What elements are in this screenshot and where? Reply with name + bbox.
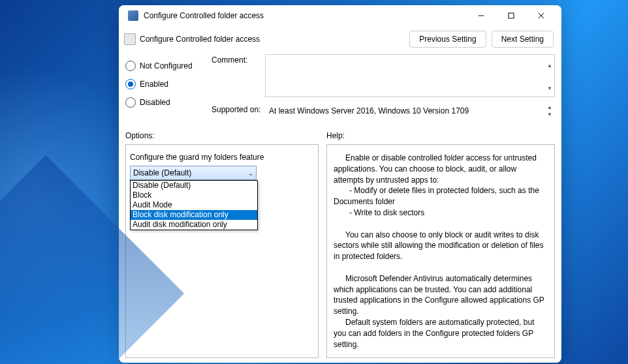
supported-on-value: At least Windows Server 2016, Windows 10… bbox=[265, 104, 555, 118]
svg-rect-1 bbox=[509, 13, 514, 18]
feature-label: Configure the guard my folders feature bbox=[130, 153, 314, 162]
scroll-down-icon[interactable]: ▼ bbox=[544, 77, 555, 100]
radio-disabled[interactable]: Disabled bbox=[125, 93, 205, 112]
dropdown-value: Disable (Default) bbox=[133, 168, 248, 177]
radio-circle-icon bbox=[125, 61, 136, 71]
title-bar: Configure Controlled folder access bbox=[119, 5, 561, 27]
radio-circle-icon bbox=[125, 97, 136, 108]
policy-icon bbox=[124, 33, 136, 45]
dropdown-option[interactable]: Block disk modification only bbox=[131, 210, 257, 220]
window-title: Configure Controlled folder access bbox=[144, 11, 466, 20]
help-header: Help: bbox=[326, 131, 345, 140]
comment-textarea[interactable] bbox=[265, 54, 555, 97]
header-row: Configure Controlled folder access Previ… bbox=[119, 27, 561, 52]
maximize-button[interactable] bbox=[496, 5, 526, 26]
supported-on-label: Supported on: bbox=[212, 104, 265, 118]
scroll-down-icon[interactable]: ▼ bbox=[544, 111, 555, 118]
help-paragraph: Default system folders are automatically… bbox=[334, 317, 548, 350]
policy-title: Configure Controlled folder access bbox=[140, 35, 409, 44]
options-header: Options: bbox=[125, 131, 319, 140]
previous-setting-button[interactable]: Previous Setting bbox=[409, 31, 486, 48]
help-paragraph: Microsoft Defender Antivirus automatical… bbox=[334, 273, 548, 317]
settings-dialog-window: Configure Controlled folder access Confi… bbox=[119, 5, 561, 363]
help-paragraph: Enable or disable controlled folder acce… bbox=[334, 153, 548, 185]
radio-label: Not Configured bbox=[140, 61, 193, 70]
radio-label: Enabled bbox=[140, 80, 168, 89]
feature-dropdown[interactable]: Disable (Default) ⌄ bbox=[130, 166, 257, 180]
scroll-up-icon[interactable]: ▲ bbox=[544, 104, 555, 111]
dropdown-option[interactable]: Audit disk modification only bbox=[131, 220, 257, 230]
options-panel: Configure the guard my folders feature D… bbox=[125, 144, 319, 358]
close-button[interactable] bbox=[526, 5, 556, 26]
dropdown-option[interactable]: Block bbox=[131, 190, 257, 200]
scroll-up-icon[interactable]: ▲ bbox=[544, 54, 555, 77]
radio-label: Disabled bbox=[140, 98, 170, 107]
comment-label: Comment: bbox=[212, 54, 265, 100]
state-radio-group: Not Configured Enabled Disabled bbox=[125, 54, 205, 122]
dropdown-option[interactable]: Audit Mode bbox=[131, 200, 257, 210]
radio-circle-icon bbox=[125, 79, 136, 89]
dropdown-option[interactable]: Disable (Default) bbox=[131, 181, 257, 190]
window-app-icon bbox=[128, 10, 138, 21]
feature-dropdown-list: Disable (Default)BlockAudit ModeBlock di… bbox=[130, 180, 258, 230]
help-panel: Enable or disable controlled folder acce… bbox=[326, 144, 555, 358]
help-paragraph: You can also choose to only block or aud… bbox=[334, 230, 548, 262]
minimize-button[interactable] bbox=[466, 5, 496, 26]
help-bullet: - Write to disk sectors bbox=[334, 207, 548, 219]
next-setting-button[interactable]: Next Setting bbox=[492, 31, 554, 48]
chevron-down-icon: ⌄ bbox=[248, 170, 253, 177]
radio-not-configured[interactable]: Not Configured bbox=[125, 57, 205, 75]
help-bullet: - Modify or delete files in protected fo… bbox=[334, 185, 548, 207]
radio-enabled[interactable]: Enabled bbox=[125, 75, 205, 93]
window-controls bbox=[466, 5, 556, 26]
